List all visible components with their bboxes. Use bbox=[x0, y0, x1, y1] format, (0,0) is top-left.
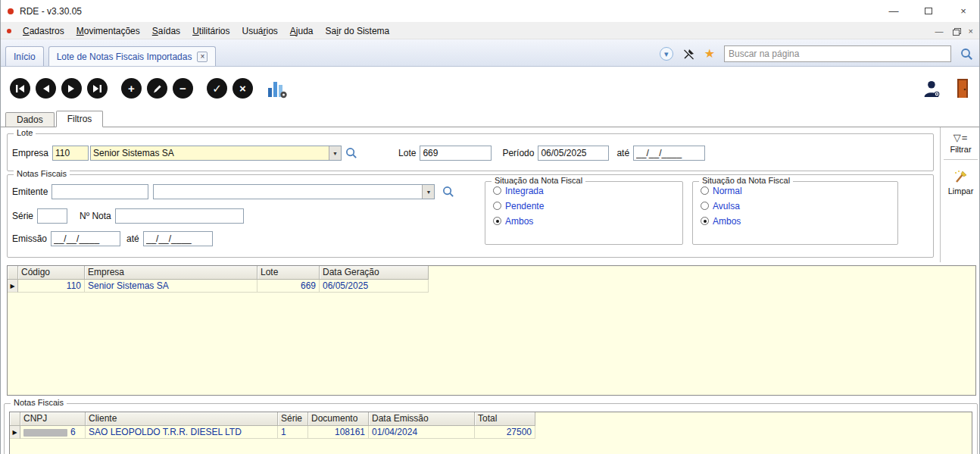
table-row[interactable]: ▶ 110 Senior Sistemas SA 669 06/05/2025 bbox=[8, 280, 975, 293]
menu-saidas[interactable]: Saídas bbox=[146, 24, 186, 38]
radio-ambos[interactable]: Ambos bbox=[493, 214, 682, 227]
menubar: Cadastros Movimentações Saídas Utilitári… bbox=[1, 23, 980, 39]
menu-movimentacoes[interactable]: Movimentações bbox=[70, 24, 146, 38]
periodo-input[interactable] bbox=[538, 146, 609, 161]
group-title: Notas Fiscais bbox=[11, 398, 67, 407]
minimize-button[interactable]: — bbox=[876, 0, 911, 23]
favorites-star-icon[interactable]: ★ bbox=[704, 48, 715, 60]
menu-usuarios[interactable]: Usuários bbox=[236, 24, 283, 38]
page-search-input[interactable] bbox=[724, 45, 951, 62]
delete-record-button[interactable]: − bbox=[173, 78, 193, 99]
menu-sair-do-sistema[interactable]: Sair do Sistema bbox=[320, 24, 396, 38]
cell-codigo: 110 bbox=[18, 280, 85, 293]
radio-pendente[interactable]: Pendente bbox=[493, 199, 682, 212]
radio-avulsa[interactable]: Avulsa bbox=[701, 199, 897, 212]
menu-utilitarios[interactable]: Utilitários bbox=[186, 24, 236, 38]
header-total[interactable]: Total bbox=[475, 412, 535, 426]
last-record-button[interactable] bbox=[87, 78, 108, 99]
tab-inicio[interactable]: Início bbox=[5, 46, 44, 66]
add-record-button[interactable]: + bbox=[121, 78, 142, 99]
emitente-lookup-button[interactable] bbox=[442, 186, 454, 198]
app-window: RDE - v3.30.05 — × Cadastros Movimentaçõ… bbox=[0, 0, 980, 454]
search-icon[interactable] bbox=[960, 48, 973, 61]
filtrar-button[interactable]: ▽= Filtrar bbox=[941, 127, 980, 154]
prev-icon bbox=[42, 84, 50, 93]
radio-icon bbox=[493, 202, 501, 210]
radio-icon bbox=[701, 202, 709, 210]
notas-grid: CNPJ Cliente Série Documento Data Emissã… bbox=[9, 412, 972, 454]
pencil-icon bbox=[152, 83, 163, 94]
mdi-minimize-button[interactable]: — bbox=[935, 27, 944, 36]
notas-fiscais-filter-group: Notas Fiscais Emitente ▼ Série N bbox=[7, 174, 934, 258]
header-documento[interactable]: Documento bbox=[308, 412, 369, 426]
header-serie[interactable]: Série bbox=[278, 412, 308, 426]
unpin-icon[interactable] bbox=[682, 48, 695, 61]
tab-lote-notas-fiscais-importadas[interactable]: Lote de Notas Fiscais Importadas × bbox=[48, 46, 217, 66]
empresa-code-input[interactable] bbox=[52, 146, 89, 161]
header-codigo[interactable]: Código bbox=[18, 266, 85, 280]
radio-ambos[interactable]: Ambos bbox=[701, 214, 897, 227]
last-icon bbox=[92, 84, 102, 93]
emitente-code-input[interactable] bbox=[51, 184, 148, 199]
nota-input[interactable] bbox=[115, 208, 244, 224]
radio-normal[interactable]: Normal bbox=[701, 184, 897, 197]
cancel-button[interactable]: × bbox=[233, 78, 253, 99]
funnel-eq-icon: = bbox=[962, 132, 969, 143]
window-controls: — × bbox=[876, 0, 980, 23]
empresa-label: Empresa bbox=[12, 148, 48, 158]
tabstrip-tools: ▾ ★ bbox=[660, 45, 978, 62]
radio-label: Ambos bbox=[713, 216, 741, 227]
header-data-geracao[interactable]: Data Geração bbox=[320, 266, 429, 280]
tab-close-icon[interactable]: × bbox=[197, 52, 208, 62]
dropdown-arrow-icon[interactable]: ▼ bbox=[329, 146, 341, 160]
dropdown-arrow-icon[interactable]: ▼ bbox=[422, 185, 434, 199]
edit-record-button[interactable] bbox=[147, 78, 167, 99]
funnel-icon: ▽ bbox=[953, 132, 962, 143]
first-record-button[interactable] bbox=[10, 78, 30, 99]
emissao-input[interactable] bbox=[51, 231, 120, 246]
limpar-button[interactable]: Limpar bbox=[941, 165, 980, 196]
emitente-name-input[interactable] bbox=[153, 184, 435, 199]
empresa-lookup-button[interactable] bbox=[345, 147, 357, 159]
mdi-restore-button[interactable] bbox=[953, 28, 960, 34]
prev-record-button[interactable] bbox=[36, 78, 56, 99]
cell-cliente: SAO LEOPOLDO T.R.R. DIESEL LTD bbox=[86, 426, 278, 439]
button-label: Filtrar bbox=[941, 145, 980, 154]
lote-input[interactable] bbox=[420, 146, 492, 161]
table-row[interactable]: ▶ 6 SAO LEOPOLDO T.R.R. DIESEL LTD 1 108… bbox=[10, 426, 972, 439]
chart-settings-button[interactable] bbox=[267, 78, 288, 99]
lotes-grid: Código Empresa Lote Data Geração ▶ 110 S… bbox=[7, 265, 976, 396]
radio-icon bbox=[493, 186, 501, 195]
menu-cadastros[interactable]: Cadastros bbox=[17, 24, 70, 38]
header-cnpj[interactable]: CNPJ bbox=[20, 412, 86, 426]
tab-dados[interactable]: Dados bbox=[5, 112, 55, 127]
serie-label: Série bbox=[12, 211, 33, 221]
menu-ajuda[interactable]: Ajuda bbox=[284, 24, 320, 38]
user-icon[interactable] bbox=[923, 80, 941, 98]
maximize-button[interactable] bbox=[911, 0, 946, 23]
header-cliente[interactable]: Cliente bbox=[86, 412, 278, 426]
emitente-combo[interactable]: ▼ bbox=[153, 184, 435, 199]
periodo-ate-input[interactable] bbox=[633, 146, 705, 161]
empresa-combo[interactable]: ▼ bbox=[90, 146, 342, 161]
tab-filtros[interactable]: Filtros bbox=[56, 111, 104, 127]
header-empresa[interactable]: Empresa bbox=[85, 266, 257, 280]
emissao-ate-input[interactable] bbox=[143, 231, 213, 246]
radio-integrada[interactable]: Integrada bbox=[493, 184, 682, 197]
close-button[interactable]: × bbox=[946, 0, 980, 23]
empresa-name-input[interactable] bbox=[90, 146, 342, 161]
next-record-button[interactable] bbox=[61, 78, 82, 99]
mdi-close-button[interactable]: × bbox=[969, 27, 973, 36]
serie-input[interactable] bbox=[37, 208, 67, 224]
app-icon bbox=[8, 8, 14, 14]
cnpj-visible-digit: 6 bbox=[70, 427, 76, 437]
radio-label: Integrada bbox=[505, 186, 544, 196]
header-data-emissao[interactable]: Data Emissão bbox=[369, 412, 475, 426]
next-icon bbox=[67, 84, 76, 93]
radio-icon bbox=[493, 217, 501, 225]
group-title: Lote bbox=[14, 128, 36, 137]
exit-door-icon[interactable] bbox=[955, 78, 970, 99]
tab-list-dropdown-icon[interactable]: ▾ bbox=[660, 47, 673, 61]
header-lote[interactable]: Lote bbox=[257, 266, 320, 280]
confirm-button[interactable]: ✓ bbox=[207, 78, 227, 99]
